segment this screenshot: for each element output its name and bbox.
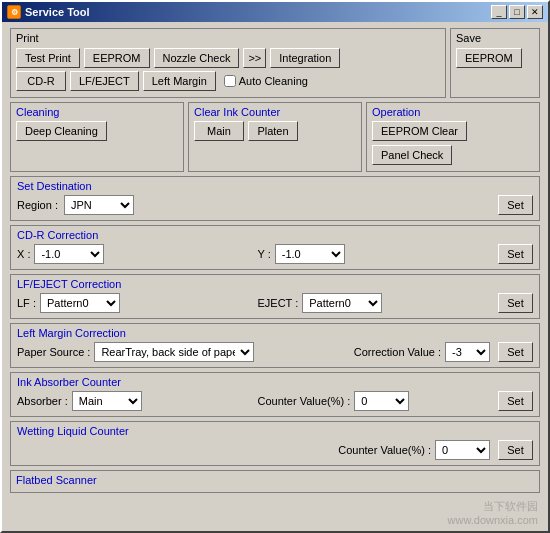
eject-label: EJECT : [258, 297, 299, 309]
lf-eject-correction-section: LF/EJECT Correction LF : Pattern0 EJECT … [10, 274, 540, 319]
watermark-line1: 当下软件园 [448, 499, 538, 514]
eeprom-print-button[interactable]: EEPROM [84, 48, 150, 68]
title-bar-title: ⚙ Service Tool [7, 5, 90, 19]
lf-select[interactable]: Pattern0 [40, 293, 120, 313]
wetting-counter-value-group: Counter Value(%) : 0 [338, 440, 490, 460]
eeprom-save-button[interactable]: EEPROM [456, 48, 522, 68]
ink-counter-value-group: Counter Value(%) : 0 [258, 391, 491, 411]
ink-absorber-set-button[interactable]: Set [498, 391, 533, 411]
correction-value-select[interactable]: -3 [445, 342, 490, 362]
region-row: Region : JPN Set [17, 195, 533, 215]
save-row: EEPROM [456, 48, 534, 68]
flatbed-scanner-section: Flatbed Scanner [10, 470, 540, 493]
arrow-button[interactable]: >> [243, 48, 266, 68]
clear-ink-counter-title: Clear Ink Counter [194, 106, 356, 118]
lf-group: LF : Pattern0 [17, 293, 250, 313]
absorber-select[interactable]: Main [72, 391, 142, 411]
ink-counter-value-select[interactable]: 0 [354, 391, 409, 411]
set-destination-title: Set Destination [17, 180, 533, 192]
cdr-correction-title: CD-R Correction [17, 229, 533, 241]
left-margin-set-button[interactable]: Set [498, 342, 533, 362]
cleaning-section: Cleaning Deep Cleaning [10, 102, 184, 172]
print-row2: CD-R LF/EJECT Left Margin Auto Cleaning [16, 71, 440, 91]
set-destination-button[interactable]: Set [498, 195, 533, 215]
close-button[interactable]: ✕ [527, 5, 543, 19]
cdr-x-group: X : -1.0 [17, 244, 250, 264]
left-margin-correction-section: Left Margin Correction Paper Source : Re… [10, 323, 540, 368]
wetting-liquid-counter-section: Wetting Liquid Counter Counter Value(%) … [10, 421, 540, 466]
region-label: Region : [17, 199, 58, 211]
operation-title: Operation [372, 106, 534, 118]
absorber-group: Absorber : Main [17, 391, 250, 411]
window-icon: ⚙ [7, 5, 21, 19]
correction-value-label: Correction Value : [354, 346, 441, 358]
ink-absorber-counter-section: Ink Absorber Counter Absorber : Main Cou… [10, 372, 540, 417]
maximize-button[interactable]: □ [509, 5, 525, 19]
left-margin-title: Left Margin Correction [17, 327, 533, 339]
eeprom-clear-button[interactable]: EEPROM Clear [372, 121, 467, 141]
minimize-button[interactable]: _ [491, 5, 507, 19]
cdr-y-group: Y : -1.0 [258, 244, 491, 264]
save-label: Save [456, 32, 534, 44]
region-select[interactable]: JPN [64, 195, 134, 215]
wetting-counter-value-select[interactable]: 0 [435, 440, 490, 460]
clear-ink-counter-section: Clear Ink Counter Main Platen [188, 102, 362, 172]
cdr-y-label: Y : [258, 248, 271, 260]
cd-r-button[interactable]: CD-R [16, 71, 66, 91]
watermark: 当下软件园 www.downxia.com [448, 499, 538, 526]
cdr-correction-section: CD-R Correction X : -1.0 Y : -1.0 Set [10, 225, 540, 270]
auto-cleaning-checkbox[interactable] [224, 75, 236, 87]
clear-ink-platen-button[interactable]: Platen [248, 121, 298, 141]
absorber-label: Absorber : [17, 395, 68, 407]
paper-source-group: Paper Source : RearTray, back side of pa… [17, 342, 346, 362]
deep-cleaning-button[interactable]: Deep Cleaning [16, 121, 107, 141]
cdr-set-button[interactable]: Set [498, 244, 533, 264]
eject-group: EJECT : Pattern0 [258, 293, 491, 313]
ink-absorber-title: Ink Absorber Counter [17, 376, 533, 388]
wetting-liquid-set-button[interactable]: Set [498, 440, 533, 460]
paper-source-select[interactable]: RearTray, back side of paper [94, 342, 254, 362]
ink-counter-value-label: Counter Value(%) : [258, 395, 351, 407]
eject-select[interactable]: Pattern0 [302, 293, 382, 313]
title-buttons: _ □ ✕ [491, 5, 543, 19]
content-area: Print Test Print EEPROM Nozzle Check >> … [2, 22, 548, 531]
print-row1: Test Print EEPROM Nozzle Check >> Integr… [16, 48, 440, 68]
clear-ink-main-button[interactable]: Main [194, 121, 244, 141]
lf-eject-title: LF/EJECT Correction [17, 278, 533, 290]
cdr-y-select[interactable]: -1.0 [275, 244, 345, 264]
main-window: ⚙ Service Tool _ □ ✕ Print Test Print EE… [0, 0, 550, 533]
auto-cleaning-check: Auto Cleaning [224, 75, 308, 87]
wetting-counter-value-label: Counter Value(%) : [338, 444, 431, 456]
flatbed-scanner-title: Flatbed Scanner [16, 474, 534, 486]
operation-section: Operation EEPROM Clear Panel Check [366, 102, 540, 172]
cdr-x-label: X : [17, 248, 30, 260]
mid-sections: Cleaning Deep Cleaning Clear Ink Counter… [10, 102, 540, 172]
lf-eject-set-button[interactable]: Set [498, 293, 533, 313]
window-title: Service Tool [25, 6, 90, 18]
panel-check-button[interactable]: Panel Check [372, 145, 452, 165]
left-margin-row: Paper Source : RearTray, back side of pa… [17, 342, 533, 362]
integration-button[interactable]: Integration [270, 48, 340, 68]
print-save-row: Print Test Print EEPROM Nozzle Check >> … [10, 28, 540, 98]
title-bar: ⚙ Service Tool _ □ ✕ [2, 2, 548, 22]
print-label: Print [16, 32, 440, 44]
ink-absorber-row: Absorber : Main Counter Value(%) : 0 Set [17, 391, 533, 411]
lf-eject-button[interactable]: LF/EJECT [70, 71, 139, 91]
cdr-correction-row: X : -1.0 Y : -1.0 Set [17, 244, 533, 264]
wetting-liquid-row: Counter Value(%) : 0 Set [17, 440, 533, 460]
wetting-liquid-title: Wetting Liquid Counter [17, 425, 533, 437]
lf-label: LF : [17, 297, 36, 309]
correction-value-group: Correction Value : -3 [354, 342, 490, 362]
cleaning-title: Cleaning [16, 106, 178, 118]
set-destination-section: Set Destination Region : JPN Set [10, 176, 540, 221]
print-section: Print Test Print EEPROM Nozzle Check >> … [10, 28, 446, 98]
left-margin-button[interactable]: Left Margin [143, 71, 216, 91]
paper-source-label: Paper Source : [17, 346, 90, 358]
auto-cleaning-label: Auto Cleaning [239, 75, 308, 87]
save-section: Save EEPROM [450, 28, 540, 98]
watermark-line2: www.downxia.com [448, 514, 538, 526]
nozzle-check-button[interactable]: Nozzle Check [154, 48, 240, 68]
cdr-x-select[interactable]: -1.0 [34, 244, 104, 264]
test-print-button[interactable]: Test Print [16, 48, 80, 68]
lf-eject-row: LF : Pattern0 EJECT : Pattern0 Set [17, 293, 533, 313]
